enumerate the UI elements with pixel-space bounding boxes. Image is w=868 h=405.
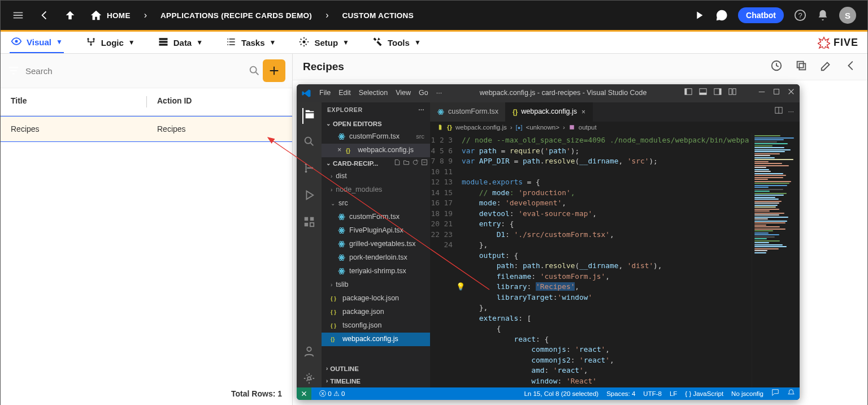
svg-point-4 <box>93 38 94 40</box>
tree-item[interactable]: ⌄src <box>322 197 430 210</box>
minimize-icon[interactable] <box>758 88 766 99</box>
play-icon[interactable] <box>693 9 705 21</box>
new-file-icon[interactable] <box>394 159 401 168</box>
tree-item[interactable]: grilled-vegetables.tsx <box>322 238 430 251</box>
code-area[interactable]: // node --max_old_space_size=4096 ./node… <box>457 133 752 387</box>
tab-visual[interactable]: Visual ▼ <box>10 32 64 53</box>
more-icon[interactable]: ··· <box>788 107 794 117</box>
status-eol[interactable]: LF <box>670 389 677 398</box>
brand-label: FIVE <box>834 37 858 49</box>
remote-icon[interactable] <box>297 387 311 400</box>
status-spaces[interactable]: Spaces: 4 <box>606 389 635 398</box>
bell-icon[interactable] <box>817 9 829 21</box>
hamburger-icon[interactable] <box>12 9 24 21</box>
vscode-editor: customForm.tsx{}webpack.config.js×··· {}… <box>430 102 800 387</box>
more-icon[interactable]: ··· <box>418 106 424 114</box>
editor-tab[interactable]: {}webpack.config.js× <box>506 102 593 122</box>
bell-icon[interactable] <box>787 389 795 399</box>
chat-icon[interactable] <box>715 9 728 21</box>
extensions-icon[interactable] <box>303 216 315 231</box>
help-icon[interactable]: ? <box>794 9 806 21</box>
table-row[interactable]: Recipes Recipes <box>1 116 292 142</box>
back-icon[interactable] <box>845 59 857 74</box>
tab-data[interactable]: Data▼ <box>157 33 204 53</box>
status-errors[interactable]: ⓧ 0 ⚠ 0 <box>319 389 345 398</box>
open-editor-item[interactable]: ×{}webpack.config.js <box>322 144 430 157</box>
search-icon[interactable] <box>303 135 315 151</box>
project-section[interactable]: ⌄CARD-RECIP... <box>322 157 430 170</box>
tree-item[interactable]: teriyaki-shrimp.tsx <box>322 265 430 278</box>
tab-tools[interactable]: Tools▼ <box>371 33 422 53</box>
vscode-menu-item[interactable]: View <box>396 88 411 98</box>
breadcrumb-applications[interactable]: APPLICATIONS (RECIPE CARDS DEMO) <box>160 11 312 20</box>
column-title[interactable]: Title <box>11 96 146 107</box>
vscode-menu-item[interactable]: Go <box>419 88 428 98</box>
tree-item[interactable]: { }package-lock.json <box>322 292 430 305</box>
refresh-icon[interactable] <box>412 159 419 168</box>
vscode-menu-item[interactable]: File <box>319 88 331 98</box>
split-editor-icon[interactable] <box>775 106 783 118</box>
tree-item[interactable]: pork-tenderloin.tsx <box>322 251 430 265</box>
tree-item[interactable]: FivePluginApi.tsx <box>322 224 430 238</box>
new-folder-icon[interactable] <box>403 159 410 168</box>
open-editors-section[interactable]: ⌄OPEN EDITORS <box>322 118 430 130</box>
status-position[interactable]: Ln 15, Col 8 (20 selected) <box>524 389 598 398</box>
breadcrumb-home[interactable]: HOME <box>90 9 131 21</box>
layout-icon[interactable] <box>728 88 736 99</box>
tree-item[interactable]: { }tsconfig.json <box>322 319 430 333</box>
vscode-menu-item[interactable]: Selection <box>359 88 388 98</box>
tree-item[interactable]: { }package.json <box>322 305 430 319</box>
source-control-icon[interactable] <box>303 162 315 178</box>
search-input[interactable] <box>22 62 246 80</box>
total-rows-label: Total Rows: 1 <box>1 382 292 405</box>
layout-icon[interactable] <box>684 88 692 99</box>
tree-item[interactable]: ›tslib <box>322 278 430 292</box>
status-language[interactable]: { } JavaScript <box>685 389 723 398</box>
timeline-section[interactable]: ›TIMELINE <box>322 375 430 387</box>
maximize-icon[interactable] <box>772 88 780 99</box>
layout-icon[interactable] <box>714 88 722 99</box>
feedback-icon[interactable] <box>771 389 779 399</box>
breadcrumb-custom-actions[interactable]: CUSTOM ACTIONS <box>342 11 413 20</box>
status-encoding[interactable]: UTF-8 <box>643 389 662 398</box>
account-icon[interactable] <box>303 345 315 361</box>
tab-tasks[interactable]: Tasks▼ <box>224 33 277 53</box>
tab-setup[interactable]: Setup▼ <box>297 33 350 53</box>
svg-point-3 <box>87 38 89 40</box>
avatar[interactable]: S <box>839 7 856 24</box>
back-icon[interactable] <box>38 9 50 21</box>
tree-item[interactable]: {}webpack.config.js <box>322 333 430 346</box>
vscode-titlebar[interactable]: FileEditSelectionViewGo ··· webpack.conf… <box>297 84 800 102</box>
editor-tab[interactable]: customForm.tsx <box>430 102 506 122</box>
tab-logic[interactable]: Logic▼ <box>84 33 136 53</box>
column-action-id[interactable]: Action ID <box>157 96 282 107</box>
settings-icon[interactable] <box>303 372 315 388</box>
row-title-cell: Recipes <box>11 124 146 133</box>
open-editor-item[interactable]: customForm.tsxsrc <box>322 130 430 144</box>
tree-item[interactable]: customForm.tsx <box>322 210 430 224</box>
history-icon[interactable] <box>770 59 783 74</box>
chatbot-button[interactable]: Chatbot <box>738 7 784 23</box>
editor-breadcrumb[interactable]: {} webpack.config.js › [●] <unknown> › o… <box>430 122 800 133</box>
minimap[interactable] <box>752 133 800 387</box>
vscode-menu-bar[interactable]: FileEditSelectionViewGo <box>319 88 428 98</box>
row-actionid-cell: Recipes <box>157 124 282 133</box>
vscode-menu-item[interactable]: Edit <box>338 88 351 98</box>
up-icon[interactable] <box>64 9 76 21</box>
nav-tabs: Visual ▼ Logic▼ Data▼ Tasks▼ Setup▼ Tool… <box>1 32 867 54</box>
close-icon[interactable] <box>787 88 795 99</box>
status-jsconfig[interactable]: No jsconfig <box>731 389 763 398</box>
copy-icon[interactable] <box>795 59 808 74</box>
filter-icon[interactable] <box>7 64 20 77</box>
add-button[interactable] <box>263 59 285 82</box>
search-icon[interactable] <box>248 64 261 77</box>
run-debug-icon[interactable] <box>303 189 315 205</box>
vscode-status-bar[interactable]: ⓧ 0 ⚠ 0 Ln 15, Col 8 (20 selected) Space… <box>297 387 800 400</box>
edit-icon[interactable] <box>820 59 832 74</box>
explorer-icon[interactable] <box>302 108 316 124</box>
tree-item[interactable]: ›node_modules <box>322 183 430 197</box>
tree-item[interactable]: ›dist <box>322 170 430 183</box>
layout-icon[interactable] <box>699 88 707 99</box>
outline-section[interactable]: ›OUTLINE <box>322 363 430 375</box>
collapse-icon[interactable] <box>421 159 428 168</box>
